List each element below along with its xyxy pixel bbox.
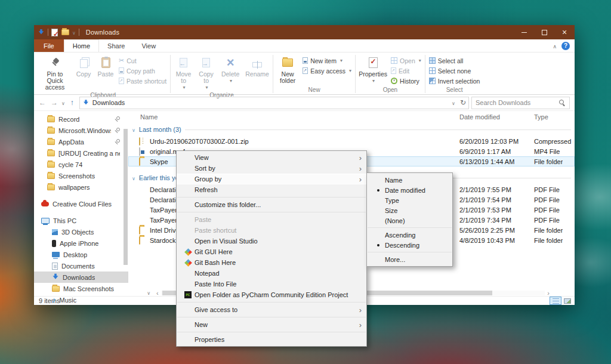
folder-icon bbox=[52, 286, 60, 292]
submenu-item-more[interactable]: More... bbox=[367, 254, 452, 264]
sidebar-item-record[interactable]: Record bbox=[34, 113, 128, 125]
submenu-item-type[interactable]: Type bbox=[367, 195, 452, 205]
qat-new-folder-icon[interactable] bbox=[61, 29, 69, 35]
title-bar[interactable]: Downloads bbox=[34, 25, 575, 39]
sidebar-item-appdata[interactable]: AppData bbox=[34, 136, 128, 147]
sidebar-item-documents[interactable]: Documents bbox=[34, 260, 128, 272]
submenu-item-none[interactable]: (None) bbox=[367, 215, 452, 226]
back-button[interactable] bbox=[38, 98, 47, 107]
menu-item-open-in-visual-studio[interactable]: Open in Visual Studio bbox=[177, 236, 366, 246]
menu-item-refresh[interactable]: Refresh bbox=[177, 184, 366, 195]
submenu-arrow-icon bbox=[359, 320, 362, 329]
submenu-item-name[interactable]: Name bbox=[367, 175, 452, 185]
qat-properties-icon[interactable] bbox=[51, 29, 58, 36]
sidebar-item-apple-iphone[interactable]: Apple iPhone bbox=[34, 237, 128, 249]
menu-item-give-access-to[interactable]: Give access to bbox=[177, 304, 366, 315]
properties-button[interactable]: Properties bbox=[357, 54, 388, 85]
menu-item-customize-this-folder[interactable]: Customize this folder... bbox=[177, 199, 366, 210]
search-icon[interactable] bbox=[559, 100, 566, 106]
details-view-button[interactable] bbox=[550, 297, 561, 305]
pin-to-quick-access-button[interactable]: Pin to Quick access bbox=[38, 54, 72, 92]
search-input[interactable]: Search Downloads bbox=[471, 97, 570, 109]
invert-selection-button[interactable]: Invert selection bbox=[427, 76, 482, 86]
easy-access-button[interactable]: Easy access bbox=[301, 66, 353, 76]
edit-button[interactable]: Edit bbox=[389, 66, 423, 76]
submenu-item-size[interactable]: Size bbox=[367, 205, 452, 215]
sidebar-item-cycle-74[interactable]: cycle 74 bbox=[34, 159, 128, 170]
file-row[interactable]: Urdu-20190620T070300Z-001.zip 6/20/2019 … bbox=[128, 136, 575, 146]
sidebar-item-urdu-creating[interactable]: [URDU] Creating a new c bbox=[34, 147, 128, 159]
sidebar-scrollbar[interactable] bbox=[124, 129, 128, 265]
minimize-button[interactable] bbox=[514, 25, 534, 39]
sidebar-item-downloads[interactable]: Downloads bbox=[34, 272, 128, 283]
column-header-name[interactable]: Name bbox=[140, 113, 158, 121]
menu-item-group-by[interactable]: Group by bbox=[177, 174, 366, 184]
tab-file[interactable]: File bbox=[34, 39, 64, 52]
tab-view[interactable]: View bbox=[133, 39, 164, 52]
thumbnails-view-button[interactable] bbox=[561, 297, 573, 305]
new-item-button[interactable]: New item bbox=[301, 55, 353, 66]
sidebar-item-microsoft-windowste[interactable]: Microsoft.WindowsTe bbox=[34, 125, 128, 136]
breadcrumb[interactable]: Downloads bbox=[92, 99, 125, 106]
menu-item-git-bash-here[interactable]: Git Bash Here bbox=[177, 257, 366, 268]
up-button[interactable] bbox=[67, 98, 77, 107]
copy-to-icon: → bbox=[202, 58, 210, 67]
recent-locations-caret-icon[interactable] bbox=[61, 99, 65, 106]
sidebar-item-3d-objects[interactable]: 3D Objects bbox=[34, 226, 128, 237]
submenu-item-ascending[interactable]: Ascending bbox=[367, 230, 452, 240]
cut-button[interactable]: Cut bbox=[117, 55, 168, 66]
copy-button[interactable]: Copy bbox=[73, 54, 94, 79]
submenu-item-descending[interactable]: Descending bbox=[367, 240, 452, 250]
refresh-icon[interactable] bbox=[460, 98, 466, 107]
select-all-button[interactable]: Select all bbox=[427, 55, 482, 66]
divider bbox=[177, 197, 366, 198]
menu-item-new[interactable]: New bbox=[177, 319, 366, 330]
delete-button[interactable]: Delete bbox=[218, 54, 243, 85]
new-folder-button[interactable]: New folder bbox=[275, 54, 300, 85]
paste-button[interactable]: Paste bbox=[95, 54, 116, 79]
menu-item-notepad[interactable]: Notepad bbox=[177, 268, 366, 279]
submenu-item-date-modified[interactable]: Date modified bbox=[367, 185, 452, 195]
group-collapse-icon[interactable] bbox=[132, 126, 135, 133]
sidebar-item-this-pc[interactable]: This PC bbox=[34, 215, 128, 226]
menu-item-view[interactable]: View bbox=[177, 152, 366, 163]
sidebar-item-music[interactable]: Music bbox=[34, 294, 128, 306]
paste-shortcut-button[interactable]: Paste shortcut bbox=[117, 76, 168, 86]
sidebar-scroll-down-icon[interactable] bbox=[147, 291, 150, 296]
column-header-date-modified[interactable]: Date modified bbox=[459, 113, 500, 121]
history-button[interactable]: History bbox=[389, 76, 423, 86]
group-collapse-icon[interactable] bbox=[132, 174, 135, 181]
ribbon-collapse-icon[interactable] bbox=[553, 42, 557, 50]
qat-customize-caret-icon[interactable] bbox=[72, 29, 76, 36]
menu-item-paste-into-file[interactable]: Paste Into File bbox=[177, 279, 366, 289]
sidebar-item-mac-screenshots[interactable]: Mac Screenshots bbox=[34, 283, 128, 294]
edit-icon bbox=[391, 67, 396, 74]
pycharm-icon bbox=[184, 291, 192, 298]
column-header-type[interactable]: Type bbox=[534, 113, 548, 121]
menu-item-open-folder-as-pycharm-project[interactable]: Open Folder as PyCharm Community Edition… bbox=[177, 289, 366, 300]
tab-home[interactable]: Home bbox=[64, 39, 99, 52]
zip-file-icon bbox=[139, 137, 140, 146]
menu-item-git-gui-here[interactable]: Git GUI Here bbox=[177, 246, 366, 257]
close-button[interactable] bbox=[554, 25, 575, 39]
forward-button[interactable] bbox=[50, 98, 59, 107]
sidebar-item-desktop[interactable]: Desktop bbox=[34, 249, 128, 260]
menu-item-properties[interactable]: Properties bbox=[177, 334, 366, 345]
sidebar-item-wallpapers[interactable]: wallpapers bbox=[34, 181, 128, 193]
maximize-button[interactable] bbox=[534, 25, 554, 39]
menu-item-sort-by[interactable]: Sort by bbox=[177, 163, 366, 174]
rename-button[interactable]: Rename bbox=[243, 54, 271, 79]
address-dropdown-icon[interactable] bbox=[452, 99, 455, 106]
group-header-last-month[interactable]: Last month (3) bbox=[128, 123, 575, 136]
sidebar-item-screenshots[interactable]: Screenshots bbox=[34, 170, 128, 181]
open-button[interactable]: Open bbox=[389, 55, 423, 66]
select-none-button[interactable]: Select none bbox=[427, 66, 482, 76]
copy-path-button[interactable]: Copy path bbox=[117, 66, 168, 76]
help-icon[interactable] bbox=[561, 42, 570, 50]
move-to-button[interactable]: ← Move to bbox=[172, 54, 195, 92]
sidebar-item-creative-cloud-files[interactable]: Creative Cloud Files bbox=[34, 198, 128, 209]
divider bbox=[273, 55, 273, 93]
copy-to-button[interactable]: → Copy to bbox=[195, 54, 217, 92]
address-box[interactable]: Downloads bbox=[79, 97, 469, 109]
tab-share[interactable]: Share bbox=[99, 39, 133, 52]
